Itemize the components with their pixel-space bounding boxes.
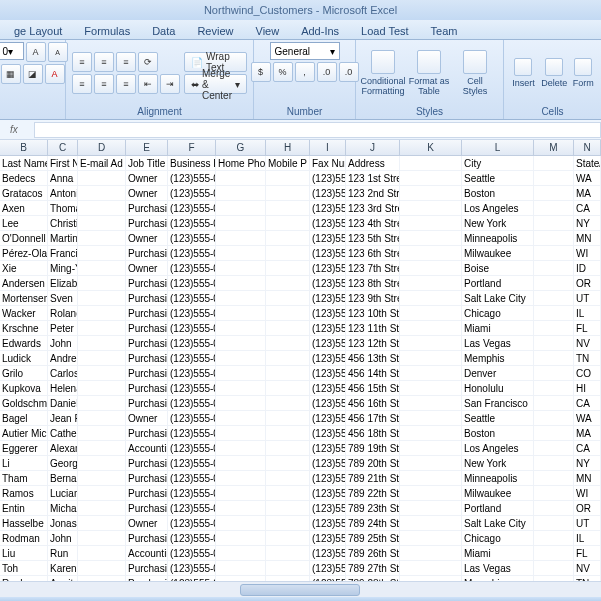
table-row[interactable]: GriloCarlosPurchasin(123)555-0100(123)55… — [0, 366, 601, 381]
cell[interactable]: Pérez-Ola — [0, 246, 48, 260]
cell[interactable] — [400, 201, 462, 215]
cell[interactable] — [534, 381, 574, 395]
cell[interactable]: Purchasin — [126, 426, 168, 440]
cell[interactable]: Purchasin — [126, 201, 168, 215]
cell[interactable] — [534, 501, 574, 515]
cell[interactable] — [78, 351, 126, 365]
cell[interactable] — [266, 216, 310, 230]
cell[interactable]: WA — [574, 411, 601, 425]
cell[interactable]: 123 8th Street — [346, 276, 400, 290]
cell[interactable]: Purchasin — [126, 351, 168, 365]
cell[interactable]: Kupkova — [0, 381, 48, 395]
cell[interactable] — [78, 231, 126, 245]
cell[interactable]: Purchasin — [126, 246, 168, 260]
cell[interactable]: Mortensen — [0, 291, 48, 305]
cell[interactable]: Owner — [126, 411, 168, 425]
cell[interactable] — [534, 186, 574, 200]
cell[interactable]: Purchasin — [126, 321, 168, 335]
cell[interactable] — [400, 186, 462, 200]
table-row[interactable]: TohKarenPurchasin(123)555-0100(123)555-0… — [0, 561, 601, 576]
ribbon-tab[interactable]: Load Test — [351, 22, 419, 39]
cell[interactable]: Martin — [48, 231, 78, 245]
cell[interactable]: Bedecs — [0, 171, 48, 185]
cell[interactable]: Purchasin — [126, 306, 168, 320]
cell[interactable]: 789 26th Street — [346, 546, 400, 560]
cell[interactable]: 789 27th Street — [346, 561, 400, 575]
table-row[interactable]: O'DonnellMartinOwner(123)555-0100(123)55… — [0, 231, 601, 246]
cell[interactable] — [266, 186, 310, 200]
cell[interactable]: Tham — [0, 471, 48, 485]
cell[interactable]: Purchasin — [126, 531, 168, 545]
cell[interactable]: Milwaukee — [462, 246, 534, 260]
table-row[interactable]: BagelJean PhilippeOwner(123)555-0100(123… — [0, 411, 601, 426]
cell[interactable] — [78, 561, 126, 575]
cell[interactable] — [534, 456, 574, 470]
table-row[interactable]: LudickAndrePurchasin(123)555-0100(123)55… — [0, 351, 601, 366]
cell[interactable]: Jean Philippe — [48, 411, 78, 425]
cell[interactable]: (123)555-0 — [310, 261, 346, 275]
cell[interactable]: (123)555-0 — [310, 366, 346, 380]
cell[interactable]: Lee — [0, 216, 48, 230]
cell[interactable]: Edwards — [0, 336, 48, 350]
cell[interactable]: (123)555-0100 — [168, 381, 216, 395]
cell[interactable]: (123)555-0100 — [168, 276, 216, 290]
cell[interactable] — [400, 291, 462, 305]
cell[interactable] — [216, 246, 266, 260]
cell[interactable]: (123)555-0100 — [168, 366, 216, 380]
column-header[interactable]: I — [310, 140, 346, 155]
cell[interactable]: 123 9th Street — [346, 291, 400, 305]
align-right-button[interactable]: ≡ — [116, 74, 136, 94]
format-button[interactable]: Form — [572, 44, 595, 102]
column-header[interactable]: H — [266, 140, 310, 155]
cell[interactable]: (123)555-0 — [310, 561, 346, 575]
cell[interactable]: Alexander — [48, 441, 78, 455]
border-button[interactable]: ▦ — [1, 64, 21, 84]
cell[interactable] — [216, 291, 266, 305]
cell[interactable]: Luciana — [48, 486, 78, 500]
cell[interactable]: Owner — [126, 186, 168, 200]
cell[interactable]: (123)555-0100 — [168, 516, 216, 530]
cell[interactable]: 123 3rd Street — [346, 201, 400, 215]
cell[interactable] — [216, 516, 266, 530]
cell[interactable] — [78, 516, 126, 530]
field-header-cell[interactable]: Mobile P — [266, 156, 310, 170]
cell[interactable]: Memphis — [462, 351, 534, 365]
cell[interactable]: New York — [462, 216, 534, 230]
cell[interactable] — [400, 276, 462, 290]
cell[interactable]: 123 12th Street — [346, 336, 400, 350]
cell[interactable]: CA — [574, 441, 601, 455]
cell[interactable] — [78, 276, 126, 290]
align-left-button[interactable]: ≡ — [72, 74, 92, 94]
cell[interactable] — [216, 486, 266, 500]
table-row[interactable]: EdwardsJohnPurchasin(123)555-0100(123)55… — [0, 336, 601, 351]
cell[interactable] — [400, 351, 462, 365]
cell[interactable]: Bagel — [0, 411, 48, 425]
cell[interactable]: (123)555-0100 — [168, 501, 216, 515]
cell[interactable]: Purchasin — [126, 366, 168, 380]
cell[interactable]: TN — [574, 351, 601, 365]
cell[interactable] — [216, 186, 266, 200]
cell[interactable]: (123)555-0100 — [168, 186, 216, 200]
ribbon-tab[interactable]: Team — [421, 22, 468, 39]
cell[interactable] — [216, 201, 266, 215]
cell[interactable]: Xie — [0, 261, 48, 275]
cell[interactable] — [78, 171, 126, 185]
cell[interactable] — [534, 276, 574, 290]
cell[interactable]: 123 10th Street — [346, 306, 400, 320]
cell[interactable]: Roland — [48, 306, 78, 320]
cell[interactable]: Owner — [126, 171, 168, 185]
cell[interactable] — [216, 396, 266, 410]
cell[interactable]: Jonas — [48, 516, 78, 530]
cell[interactable] — [266, 231, 310, 245]
cell[interactable] — [534, 396, 574, 410]
cell[interactable]: (123)555-0 — [310, 306, 346, 320]
number-format-combo[interactable]: General▾ — [270, 42, 340, 60]
cell[interactable]: Purchasin — [126, 336, 168, 350]
cell[interactable]: (123)555-0 — [310, 276, 346, 290]
cell[interactable]: IL — [574, 306, 601, 320]
cell[interactable] — [266, 516, 310, 530]
cell[interactable]: 789 21th Street — [346, 471, 400, 485]
cell[interactable]: Purchasin — [126, 471, 168, 485]
ribbon-tab[interactable]: View — [246, 22, 290, 39]
cell[interactable] — [266, 366, 310, 380]
